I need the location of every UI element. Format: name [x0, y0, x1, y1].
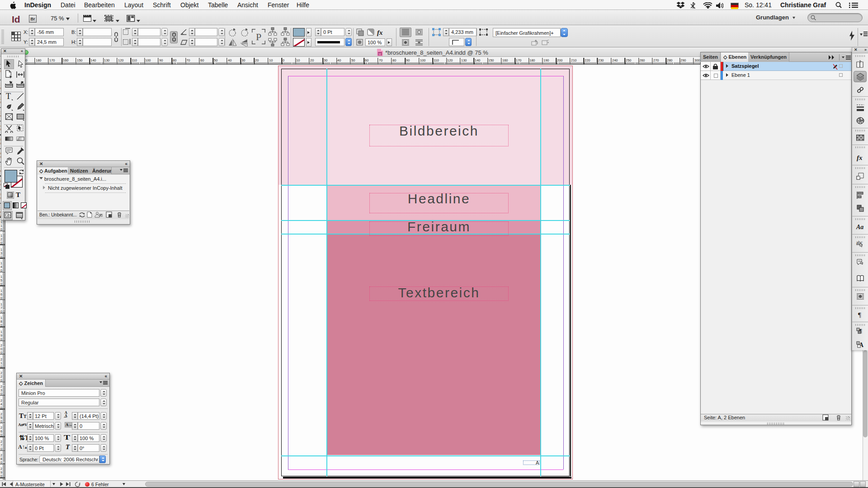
svg-text:P: P [256, 31, 261, 42]
svg-text:Id: Id [379, 52, 382, 56]
svg-text:Aa: Aa [856, 224, 863, 230]
svg-text:abc: abc [856, 240, 863, 245]
svg-text:fx: fx [857, 154, 863, 161]
svg-text:¶: ¶ [858, 311, 861, 319]
svg-text:T: T [6, 92, 11, 101]
